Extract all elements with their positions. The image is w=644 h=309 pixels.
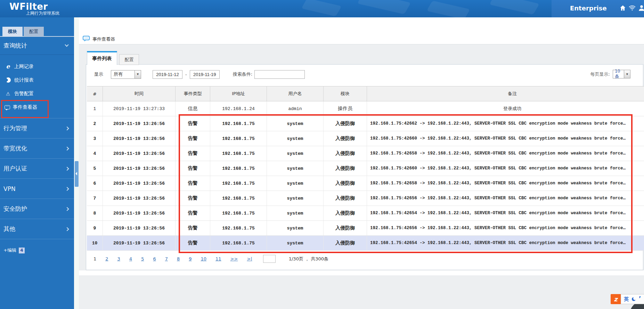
sidebar-edit-button[interactable]: +编辑 4 <box>3 247 25 253</box>
cell-module: 入侵防御 <box>324 221 367 235</box>
page-link[interactable]: 6 <box>153 256 156 261</box>
cell-index: 10 <box>87 236 103 250</box>
page-link[interactable]: 8 <box>177 256 180 261</box>
cell-username: system <box>267 236 324 250</box>
header-icons <box>619 5 644 11</box>
page-link[interactable]: 5 <box>141 256 144 261</box>
punctuation-icon[interactable]: ’ <box>639 297 641 302</box>
sidebar-group-query-stats[interactable]: 查询统计 <box>0 37 74 55</box>
column-header-event-type: 事件类型 <box>176 86 210 101</box>
current-page: 1 <box>93 256 96 261</box>
breadcrumb: 事件查看器 <box>79 17 644 44</box>
keyboard-texture <box>489 0 539 15</box>
search-input[interactable] <box>254 70 305 79</box>
sidebar-section[interactable]: VPN <box>0 179 74 199</box>
page-link[interactable]: 10 <box>201 256 207 261</box>
event-list-panel: 显示 所有 - 搜索条件: 每页显示: 10条 <box>86 64 643 270</box>
main-content: 事件查看器 事件列表配置 显示 所有 - 搜索条件: 每页显示: 10条 <box>79 17 644 309</box>
page-link[interactable]: 3 <box>117 256 120 261</box>
cell-remark: 192.168.1.75:42654 -> 192.168.1.22:443, … <box>367 236 644 250</box>
cell-event-type: 信息 <box>176 101 210 116</box>
show-label: 显示 <box>94 71 103 77</box>
edit-label: +编辑 <box>3 247 16 253</box>
pagination: 1 234567891011 >> >| 1/30页 ， 共300条 <box>93 255 328 263</box>
user-icon[interactable] <box>638 5 644 11</box>
sidebar-tab-active[interactable]: 模块 <box>2 27 23 36</box>
cell-time: 2019-11-19 13:27:33 <box>103 101 176 116</box>
per-page-value: 10条 <box>613 69 624 80</box>
cell-username: system <box>267 191 324 206</box>
cell-username: system <box>267 221 324 235</box>
date-range-separator: - <box>185 72 187 77</box>
page-link[interactable]: 4 <box>129 256 132 261</box>
cell-module: 入侵防御 <box>324 206 367 220</box>
page-jump-input[interactable] <box>263 255 276 263</box>
sogou-logo-icon[interactable]: z <box>611 294 621 304</box>
sidebar-sections: 行为管理 带宽优化 用户认证 VPN 安全防护 其他 <box>0 118 74 239</box>
table-header-row: # 时间 事件类型 IP地址 用户名 模块 备注 <box>87 86 644 101</box>
ie-icon <box>5 64 11 69</box>
cell-time: 2019-11-19 13:26:56 <box>103 191 176 206</box>
cell-time: 2019-11-19 13:26:56 <box>103 131 176 146</box>
table-row[interactable]: 2 2019-11-19 13:26:56 告警 192.168.1.75 sy… <box>87 116 644 131</box>
last-page-link[interactable]: >| <box>247 256 252 261</box>
sidebar-section[interactable]: 带宽优化 <box>0 139 74 159</box>
sidebar-section[interactable]: 其他 <box>0 219 74 239</box>
content-tab[interactable]: 事件列表 <box>87 51 117 65</box>
page-link[interactable]: 7 <box>165 256 168 261</box>
sidebar-section[interactable]: 行为管理 <box>0 118 74 139</box>
per-page-select[interactable]: 10条 <box>613 70 630 78</box>
moon-icon[interactable] <box>632 297 636 301</box>
sidebar-section[interactable]: 用户认证 <box>0 159 74 179</box>
date-from-input[interactable] <box>153 70 182 79</box>
top-header-bar: WFilter 上网行为管理系统 Enterprise <box>0 0 644 17</box>
edition-label: Enterprise <box>570 5 607 12</box>
page-link[interactable]: 11 <box>215 256 221 261</box>
page-link[interactable]: 9 <box>189 256 191 261</box>
page-link[interactable]: 2 <box>105 256 108 261</box>
table-row[interactable]: 4 2019-11-19 13:26:56 告警 192.168.1.75 sy… <box>87 146 644 161</box>
ime-language-toggle[interactable]: 英 <box>624 296 629 302</box>
sidebar-section[interactable]: 安全防护 <box>0 199 74 219</box>
cell-username: system <box>267 116 324 131</box>
sidebar-menu-item[interactable]: 事件查看器 <box>0 100 74 114</box>
cell-index: 5 <box>87 161 103 176</box>
table-row[interactable]: 6 2019-11-19 13:26:56 告警 192.168.1.75 sy… <box>87 176 644 191</box>
cell-ip: 192.168.1.75 <box>210 161 267 176</box>
table-row[interactable]: 9 2019-11-19 13:26:56 告警 192.168.1.75 sy… <box>87 221 644 236</box>
dropdown-arrow-icon[interactable] <box>624 70 630 78</box>
keyboard-texture <box>357 0 411 14</box>
table-row[interactable]: 5 2019-11-19 13:26:56 告警 192.168.1.75 sy… <box>87 161 644 176</box>
cell-index: 8 <box>87 206 103 220</box>
wifi-icon[interactable] <box>629 5 636 11</box>
sidebar-menu-item[interactable]: 告警配置 <box>0 87 74 100</box>
cell-remark: 登录成功 <box>367 101 644 116</box>
cell-remark: 192.168.1.75:42654 -> 192.168.1.22:443, … <box>367 206 644 220</box>
show-select[interactable]: 所有 <box>111 70 141 79</box>
sidebar-menu-item[interactable]: 统计报表 <box>0 73 74 87</box>
cell-module: 操作员 <box>324 101 367 116</box>
date-to-input[interactable] <box>190 70 220 79</box>
filter-bar: 显示 所有 - 搜索条件: 每页显示: 10条 <box>86 69 643 80</box>
chevron-right-icon <box>65 167 69 170</box>
content-tab[interactable]: 配置 <box>119 54 139 65</box>
cell-remark: 192.168.1.75:42658 -> 192.168.1.22:443, … <box>367 146 644 161</box>
table-row[interactable]: 10 2019-11-19 13:26:56 告警 192.168.1.75 s… <box>87 236 644 251</box>
next-pages-link[interactable]: >> <box>230 256 238 261</box>
sidebar-tab-inactive[interactable]: 配置 <box>24 27 44 36</box>
home-icon[interactable] <box>619 5 626 11</box>
table-row[interactable]: 7 2019-11-19 13:26:56 告警 192.168.1.75 sy… <box>87 191 644 206</box>
cell-time: 2019-11-19 13:26:56 <box>103 146 176 161</box>
cell-remark: 192.168.1.75:42658 -> 192.168.1.22:443, … <box>367 176 644 191</box>
cell-index: 2 <box>87 116 103 131</box>
sidebar-collapse-handle[interactable] <box>75 161 79 187</box>
table-row[interactable]: 8 2019-11-19 13:26:56 告警 192.168.1.75 sy… <box>87 206 644 221</box>
cell-time: 2019-11-19 13:26:56 <box>103 116 176 131</box>
table-row[interactable]: 3 2019-11-19 13:26:56 告警 192.168.1.75 sy… <box>87 131 644 146</box>
dropdown-arrow-icon[interactable] <box>134 70 141 78</box>
chevron-right-icon <box>65 147 69 150</box>
table-row[interactable]: 1 2019-11-19 13:27:33 信息 192.168.1.24 ad… <box>87 101 644 116</box>
cell-ip: 192.168.1.75 <box>210 116 267 131</box>
sidebar-menu-item[interactable]: 上网记录 <box>0 60 74 73</box>
ime-tray: 英 ’ ⌨ <box>621 294 644 304</box>
